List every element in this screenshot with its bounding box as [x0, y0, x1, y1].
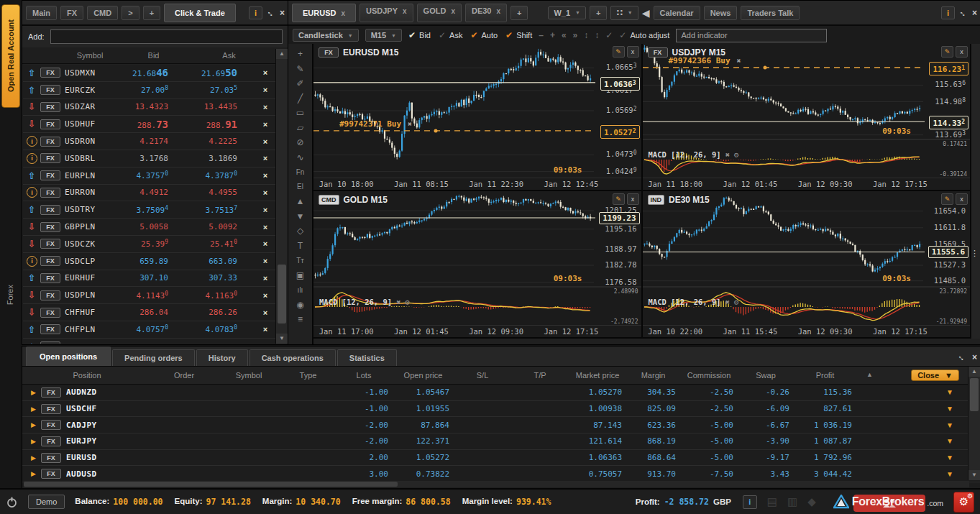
scroll-down-icon[interactable]: ▼: [276, 334, 288, 344]
chart-eurusd[interactable]: FXEURUSD M15✎x1.066531.061721.056921.047…: [313, 44, 643, 191]
remove-symbol-button[interactable]: ×: [255, 325, 276, 334]
close-position-button[interactable]: Close▼: [911, 370, 959, 381]
close-tab-icon[interactable]: x: [341, 9, 345, 17]
expand-row-icon[interactable]: ▶: [31, 454, 36, 462]
market-watch-row[interactable]: ⇩FXCHFHUF286.04286.26×: [23, 304, 276, 321]
remove-symbol-button[interactable]: ×: [255, 86, 276, 94]
wave-tool-icon[interactable]: ∿: [291, 150, 310, 165]
add-symbol-input[interactable]: [50, 29, 283, 44]
position-row[interactable]: ▶FXEURUSD2.001.052721.06363868.64-5.00-9…: [22, 450, 980, 467]
remove-symbol-button[interactable]: ×: [255, 206, 276, 214]
remove-symbol-button[interactable]: ×: [255, 257, 276, 265]
chart-tab-eurusd[interactable]: EURUSDx: [292, 4, 356, 22]
market-watch-row[interactable]: ⇧FXUSDILS3.82273.8261×: [23, 339, 276, 344]
chart-tab-gold[interactable]: GOLDx: [417, 4, 462, 22]
positions-hscrollbar[interactable]: [24, 481, 969, 487]
macd-settings-icon[interactable]: ⚙: [734, 298, 738, 306]
panel-expand-icon[interactable]: ↔: [958, 352, 966, 362]
close-chart-icon[interactable]: x: [627, 193, 639, 205]
profit-info-icon[interactable]: i: [743, 495, 757, 509]
panel-info-icon[interactable]: i: [249, 6, 262, 19]
market-watch-tab[interactable]: >: [122, 6, 139, 20]
text-tool-icon[interactable]: T: [291, 239, 310, 254]
market-watch-row[interactable]: iFXUSDBRL3.17683.1869×: [23, 150, 276, 167]
auto-adjust-checkbox[interactable]: ✓Auto adjust: [619, 30, 669, 40]
macd-remove-icon[interactable]: ✖: [396, 298, 400, 306]
market-watch-row[interactable]: ⇩FXUSDCZK25.39925.410×: [23, 236, 276, 253]
remove-symbol-button[interactable]: ×: [255, 291, 276, 300]
splitter-handle-right[interactable]: ⋮: [971, 251, 979, 255]
chart-tab-usdjpy[interactable]: USDJPYx: [360, 4, 413, 22]
remove-symbol-button[interactable]: ×: [255, 239, 276, 248]
remove-symbol-button[interactable]: ×: [255, 120, 276, 129]
market-watch-row[interactable]: ⇩FXUSDZAR13.432313.4435×: [23, 99, 276, 116]
channel-tool-icon[interactable]: ▱: [291, 121, 310, 136]
back-icon[interactable]: ◀: [642, 7, 650, 19]
remove-symbol-button[interactable]: ×: [255, 274, 276, 283]
expand-row-icon[interactable]: ▶: [31, 405, 36, 413]
snapshot-tool-icon[interactable]: ◉: [291, 298, 310, 313]
scroll-left-icon[interactable]: «: [562, 30, 567, 40]
remove-symbol-button[interactable]: ×: [255, 223, 276, 231]
panel-info-icon[interactable]: i: [941, 6, 955, 19]
volume-tool-icon[interactable]: ılı: [291, 283, 310, 298]
tab-click-and-trade[interactable]: Click & Trade: [164, 4, 236, 22]
market-watch-tab[interactable]: CMD: [87, 6, 118, 20]
checkbox-ask[interactable]: ✓Ask: [439, 30, 462, 40]
vscale-icon[interactable]: ↕: [584, 30, 588, 40]
checkbox-bid[interactable]: ✔Bid: [408, 30, 431, 40]
arrow-down-tool-icon[interactable]: ▼: [291, 209, 310, 224]
remove-symbol-button[interactable]: ×: [255, 103, 276, 111]
remove-symbol-button[interactable]: ×: [255, 308, 276, 317]
edit-chart-icon[interactable]: ✎: [613, 46, 625, 58]
position-close-icon[interactable]: ✖: [408, 120, 412, 128]
close-tab-icon[interactable]: x: [403, 7, 407, 15]
panel-close-icon[interactable]: ×: [280, 8, 285, 18]
hline-tool-icon[interactable]: ▭: [291, 106, 310, 121]
macd-remove-icon[interactable]: ✖: [725, 150, 730, 159]
tab-open-positions[interactable]: Open positions: [26, 347, 111, 366]
close-chart-icon[interactable]: x: [956, 193, 968, 205]
zoom-out-icon[interactable]: –: [539, 30, 544, 40]
settings-button[interactable]: ⚙⚙: [953, 492, 974, 513]
expand-row-icon[interactable]: ▶: [31, 421, 36, 428]
windows-tool-icon[interactable]: ▣: [291, 268, 310, 283]
remove-symbol-button[interactable]: ×: [255, 171, 276, 180]
position-row[interactable]: ▶FXAUDNZD-1.001.054671.05270304.35-2.50-…: [22, 385, 980, 401]
tab-history[interactable]: History: [196, 349, 248, 366]
remove-symbol-button[interactable]: ×: [255, 137, 276, 146]
tab-traders-talk[interactable]: Traders Talk: [741, 6, 800, 20]
charts-scrollbar[interactable]: ⋮: [971, 44, 980, 339]
layout-dropdown[interactable]: ∷▼: [610, 6, 638, 20]
expand-row-icon[interactable]: ▶: [31, 438, 36, 445]
position-row[interactable]: ▶FXCADJPY-2.0087.86487.143623.36-5.00-6.…: [22, 417, 980, 433]
vscale2-icon[interactable]: ↕: [595, 30, 599, 40]
market-watch-row[interactable]: ⇧FXUSDTRY3.750943.75137×: [23, 201, 276, 219]
power-icon[interactable]: [6, 496, 18, 508]
position-row[interactable]: ▶FXUSDCHF-1.001.019551.00938825.09-2.50-…: [22, 401, 980, 418]
macd-remove-icon[interactable]: ✖: [725, 298, 730, 306]
new-chart-tab[interactable]: +: [510, 6, 528, 20]
row-actions-icon[interactable]: ▼: [856, 437, 980, 445]
edit-chart-icon[interactable]: ✎: [613, 193, 625, 205]
trendline-tool-icon[interactable]: ╱: [291, 91, 310, 106]
positions-scrollbar[interactable]: ▲ ▼: [968, 367, 980, 480]
market-watch-row[interactable]: iFXUSDRON4.21744.2225×: [23, 133, 276, 150]
position-row[interactable]: ▶FXEURJPY-2.00122.371121.614868.19-5.00-…: [22, 433, 980, 450]
market-watch-tab[interactable]: FX: [60, 6, 83, 20]
edit-chart-icon[interactable]: ✎: [941, 46, 953, 58]
market-watch-row[interactable]: ⇩FXGBPPLN5.00585.0092×: [23, 219, 276, 236]
position-close-icon[interactable]: ✖: [737, 57, 741, 65]
pencil-tool-icon[interactable]: ✎: [291, 62, 310, 77]
row-actions-icon[interactable]: ▼: [856, 405, 980, 413]
tab-statistics[interactable]: Statistics: [337, 349, 397, 366]
market-watch-row[interactable]: ⇧FXEURCZK27.00827.035×: [23, 82, 276, 99]
tab-cash-operations[interactable]: Cash operations: [249, 349, 336, 366]
panel-expand-icon[interactable]: ↔: [959, 8, 968, 18]
tab-calendar[interactable]: Calendar: [654, 6, 700, 20]
row-actions-icon[interactable]: ▼: [856, 388, 980, 396]
chart-gold[interactable]: CMDGOLD M15✎x1201.251195.161188.971182.7…: [313, 191, 643, 339]
scroll-up-icon[interactable]: ▲: [968, 367, 980, 377]
add-period-button[interactable]: +: [590, 6, 607, 20]
chart-de30[interactable]: INDDE30 M15✎x11654.011611.811569.511527.…: [643, 191, 972, 339]
